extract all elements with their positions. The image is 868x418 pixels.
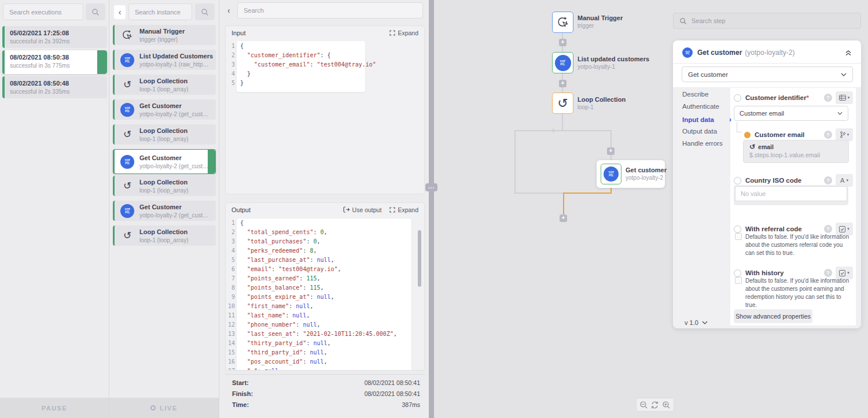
- step-item-title: Loop Collection: [139, 179, 189, 186]
- collapse-panel-button[interactable]: ‹: [114, 5, 126, 19]
- expand-output-button[interactable]: Expand: [389, 206, 418, 213]
- debug-search-input[interactable]: Search: [237, 2, 423, 19]
- step-properties-card: YOTPO. Get customer (yotpo-loyalty-2) Ge…: [673, 40, 861, 328]
- panel-splitter[interactable]: [429, 0, 434, 418]
- node-get-customer[interactable]: YOTPO. Get customer yotpo-loyalty-2: [597, 160, 665, 188]
- loop-icon: ↺: [120, 231, 135, 241]
- code-line: 4 "perks_redeemed": 8,: [226, 246, 424, 256]
- code-line: 16 "pos_account_id": null,: [226, 357, 424, 367]
- node-title: Get customer: [626, 167, 667, 173]
- search-instance-button[interactable]: [195, 3, 215, 20]
- loop-icon: ↺: [120, 130, 135, 139]
- loop-icon: ↺: [120, 80, 135, 90]
- field-help-text: Defaults to false. If you'd like informa…: [745, 277, 849, 309]
- step-item-subtitle: loop-1 (loop_array): [139, 187, 189, 194]
- add-step-button[interactable]: +: [560, 214, 567, 222]
- step-list-item[interactable]: YOTPO.Get Customeryotpo-loyalty-2 (get_c…: [113, 99, 216, 120]
- help-icon[interactable]: ?: [824, 269, 832, 277]
- step-list-item[interactable]: ↺Loop Collectionloop-1 (loop_array): [113, 176, 216, 196]
- field-type-object-button[interactable]: ▾: [836, 91, 853, 104]
- collapse-card-icon[interactable]: [845, 50, 852, 56]
- output-code[interactable]: 1{2 "total_spend_cents": 0,3 "total_purc…: [226, 216, 424, 371]
- step-item-title: List Updated Customers: [139, 53, 211, 60]
- field-radio[interactable]: [734, 177, 741, 184]
- input-code[interactable]: 1{2 "customer_identifier": {3 "customer_…: [226, 39, 424, 88]
- pause-button[interactable]: PAUSE: [0, 398, 109, 418]
- step-list-item[interactable]: Manual Triggertrigger (trigger): [113, 25, 216, 45]
- search-executions-input[interactable]: Search executions: [3, 3, 83, 20]
- tab-describe[interactable]: Describe: [682, 91, 708, 98]
- version-selector[interactable]: v 1.0: [685, 319, 708, 326]
- help-icon[interactable]: ?: [824, 131, 832, 139]
- execution-item[interactable]: 05/02/2021 17:25:08successful in 2s 392m…: [2, 26, 107, 48]
- step-item-subtitle: loop-1 (loop_array): [139, 86, 189, 93]
- mapped-value-indicator: [744, 132, 751, 138]
- use-output-button[interactable]: Use output: [343, 206, 382, 213]
- selected-flag: [208, 150, 215, 173]
- with-referral-checkbox[interactable]: [735, 233, 742, 240]
- use-output-icon: [343, 206, 350, 213]
- field-radio[interactable]: [734, 94, 741, 102]
- chevron-left-icon[interactable]: ‹: [227, 6, 230, 15]
- country-iso-input[interactable]: No value: [735, 186, 847, 201]
- step-item-subtitle: trigger (trigger): [139, 36, 185, 43]
- step-list-item[interactable]: ↺Loop Collectionloop-1 (loop_array): [113, 225, 216, 246]
- tab-input-data[interactable]: Input data›: [682, 116, 731, 124]
- search-step-input[interactable]: Search step: [673, 13, 861, 29]
- code-line: 11 "last_name": null,: [226, 311, 424, 320]
- yotpo-icon: YOTPO.: [682, 47, 693, 58]
- zoom-in-icon[interactable]: [662, 401, 671, 409]
- execution-item[interactable]: 08/02/2021 08:50:48successful in 2s 335m…: [2, 76, 107, 98]
- branch-icon: [840, 131, 845, 138]
- field-radio[interactable]: [734, 269, 741, 277]
- execution-timestamp: 05/02/2021 17:25:08: [10, 29, 101, 36]
- operation-select[interactable]: Get customer: [682, 66, 853, 82]
- step-list-item[interactable]: ↺Loop Collectionloop-1 (loop_array): [113, 124, 216, 145]
- code-line: 2 "total_spend_cents": 0,: [226, 228, 424, 237]
- add-step-button[interactable]: +: [607, 147, 615, 155]
- output-scrollbar[interactable]: [418, 230, 421, 287]
- search-executions-button[interactable]: [86, 3, 105, 20]
- country-iso-field-wrap: No value: [734, 185, 848, 205]
- add-step-button[interactable]: +: [559, 80, 567, 87]
- live-icon: [150, 405, 156, 410]
- code-line: 15 "third_party_id": null,: [226, 348, 424, 357]
- expand-input-button[interactable]: Expand: [389, 29, 418, 36]
- search-icon: [91, 8, 100, 16]
- node-manual-trigger[interactable]: [552, 12, 573, 33]
- step-list-item[interactable]: YOTPO.List Updated Customersyotpo-loyalt…: [113, 50, 216, 70]
- code-line: 3 "total_purchases": 0,: [226, 237, 424, 246]
- search-instance-input[interactable]: Search instance: [128, 3, 192, 20]
- field-type-jsonpath-button[interactable]: ▾: [836, 128, 853, 141]
- step-list-item[interactable]: YOTPO.Get Customeryotpo-loyalty-2 (get_c…: [113, 201, 216, 221]
- node-loop-collection[interactable]: ↺: [552, 93, 573, 114]
- mapped-value-chip[interactable]: ↺ email $.steps.loop-1.value.email: [743, 140, 849, 163]
- reset-zoom-icon[interactable]: [650, 401, 659, 409]
- help-icon[interactable]: ?: [824, 176, 832, 184]
- customer-identifier-select[interactable]: Customer email: [734, 106, 848, 121]
- code-line: 7 "points_earned": 115,: [226, 274, 424, 283]
- node-list-updated-customers[interactable]: YOTPO.: [552, 52, 573, 73]
- step-list-item[interactable]: ↺Loop Collectionloop-1 (loop_array): [113, 75, 216, 95]
- zoom-out-icon[interactable]: [639, 401, 648, 409]
- show-advanced-properties-button[interactable]: Show advanced properties: [734, 309, 812, 323]
- tab-authenticate[interactable]: Authenticate: [682, 103, 719, 110]
- help-icon[interactable]: ?: [824, 225, 832, 233]
- loop-icon: ↺: [749, 143, 755, 150]
- live-button[interactable]: LIVE: [109, 398, 219, 418]
- yotpo-icon: YOTPO.: [120, 204, 135, 218]
- tab-handle-errors[interactable]: Handle errors: [682, 140, 723, 147]
- instance-steps-panel: ‹ Search instance Manual Triggertrigger …: [109, 0, 219, 418]
- tab-output-data[interactable]: Output data: [682, 128, 717, 135]
- code-line: 1{: [226, 219, 424, 228]
- loop-flow-arrow: [553, 128, 556, 133]
- chevron-right-icon: ›: [729, 116, 731, 124]
- field-radio[interactable]: [734, 225, 741, 233]
- execution-item[interactable]: 08/02/2021 08:50:38successful in 3s 775m…: [2, 50, 107, 74]
- node-subtitle: yotpo-loyalty-2: [626, 175, 663, 181]
- add-step-button[interactable]: +: [559, 39, 567, 46]
- with-history-checkbox[interactable]: [735, 277, 742, 284]
- step-item-subtitle: yotpo-loyalty-2 (get_custom...: [139, 163, 211, 169]
- help-icon[interactable]: ?: [824, 94, 832, 102]
- step-list-item[interactable]: YOTPO.Get Customeryotpo-loyalty-2 (get_c…: [113, 149, 216, 174]
